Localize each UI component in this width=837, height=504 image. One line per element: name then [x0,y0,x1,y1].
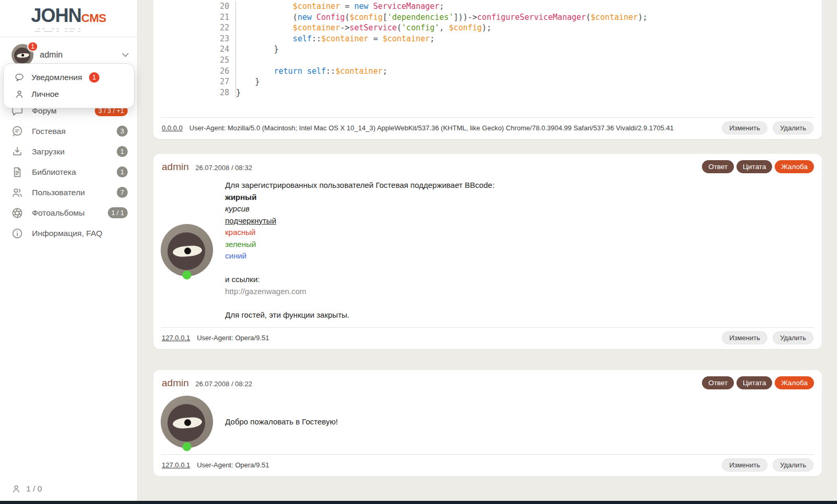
sidebar-item-label: Библиотека [32,167,117,177]
sidebar-item-6[interactable]: Информация, FAQ [0,223,137,243]
post-author[interactable]: admin [162,161,189,172]
code-line-number: 21 [153,12,236,23]
online-counter-value: 1 / 0 [26,484,42,494]
code-token: ); [482,23,492,32]
post-content-line: подчеркнутый [225,215,495,227]
sidebar-item-badge: 7 [117,187,128,198]
code-line-text: self::$container = $container; [236,33,434,44]
code-block: 20$container = new ServiceManager;21(new… [153,0,822,117]
sidebar-item-5[interactable]: Фотоальбомы1 / 1 [0,203,137,223]
post-meta-footer: 0.0.0.0 User-Agent: Mozilla/5.0 (Macinto… [161,117,814,139]
post-meta-footer: 127.0.0.1 User-Agent: Opera/9.51 Изменит… [161,327,814,349]
post-date: 26.07.2008 / 08:22 [195,380,252,388]
code-token: ; [439,2,444,11]
logo-reflection: JOHNCMS [0,27,137,35]
post-action-button[interactable]: Жалоба [775,160,814,173]
code-token: Config [317,13,345,22]
post-content-line: синий [225,250,495,262]
users-icon [11,186,24,199]
code-token: ( [397,23,401,32]
sidebar-item-label: Пользователи [32,188,117,197]
sidebar-item-badge: 1 / 1 [108,207,128,218]
post-author-block: admin 26.07.2008 / 08:32 [162,161,252,173]
delete-button[interactable]: Удалить [773,331,813,344]
post-action-button[interactable]: Цитата [736,160,772,173]
code-line: 20$container = new ServiceManager; [153,1,822,12]
code-token: 'dependencies' [387,13,453,22]
code-token: $container [321,34,369,43]
app-window: JOHNCMS JOHNCMS 1 admin Уведомления1Личн… [0,0,837,501]
code-token: = [369,34,383,43]
ip-link[interactable]: 127.0.0.1 [162,461,190,469]
edit-button[interactable]: Изменить [722,121,767,135]
code-line-text: (new Config($config['dependencies']))->c… [236,12,648,23]
code-token: $config [350,13,383,22]
code-line: 23self::$container = $container; [153,33,822,44]
post-content-line [225,262,495,274]
code-line-text: } [236,87,241,98]
dropdown-item-label: Личное [31,89,59,99]
sidebar-item-1[interactable]: Гостевая3 [0,121,137,141]
code-token: ; [430,34,434,43]
user-dropdown-menu: Уведомления1Личное [3,63,135,108]
code-token: configureServiceManager [477,13,586,22]
code-token: $config [449,23,482,32]
post-action-button[interactable]: Ответ [702,376,734,389]
avatar[interactable] [161,224,213,276]
post-body: Добро пожаловать в Гостевую! [153,391,822,454]
app-logo[interactable]: JOHNCMS JOHNCMS [0,0,137,35]
post-content-line: зеленый [225,239,495,251]
code-token: ( [586,13,590,22]
post-content-line: Добро пожаловать в Гостевую! [225,416,338,428]
code-line-number: 28 [153,87,236,98]
dropdown-item-1[interactable]: Личное [4,86,134,103]
code-line-text: } [236,76,260,87]
post-action-button[interactable]: Цитата [736,376,772,389]
sidebar-item-badge: 3 [117,126,128,137]
delete-button[interactable]: Удалить [773,121,813,135]
code-token: self [293,34,311,43]
code-token: new [354,2,369,11]
post-author[interactable]: admin [162,377,189,388]
logo-cms-text: CMS [81,12,106,25]
sidebar-item-2[interactable]: Загрузки1 [0,141,137,162]
chevron-down-icon [122,50,129,57]
code-line-text: $container->setService('config', $config… [236,23,492,33]
guestbook-post: admin 26.07.2008 / 08:32 ОтветЦитатаЖало… [153,154,822,349]
avatar-wrap [161,396,213,448]
code-token: new [297,13,311,22]
edit-button[interactable]: Изменить [722,331,767,344]
post-content-line: Для зарегистрированных пользователей Гос… [225,180,495,192]
code-line: 26return self::$container; [153,66,822,77]
code-token: ( [345,13,350,22]
post-content-line[interactable]: http://gazenwagen.com [225,286,495,298]
edit-button[interactable]: Изменить [722,458,767,472]
post-admin-actions: Изменить Удалить [719,121,813,135]
code-line: 24} [153,44,822,55]
delete-button[interactable]: Удалить [773,458,813,472]
library-icon [11,166,24,178]
code-token: = [340,2,354,11]
dropdown-item-0[interactable]: Уведомления1 [4,69,134,86]
code-token: -> [340,23,350,32]
sidebar-item-3[interactable]: Библиотека1 [0,162,137,182]
sidebar-item-badge: 1 [117,146,128,157]
code-token: self [307,66,326,76]
post-action-button[interactable]: Ответ [702,160,734,173]
code-token: $container [293,23,340,32]
ip-link[interactable]: 127.0.0.1 [162,334,190,342]
avatar[interactable] [161,396,213,448]
avatar-wrap [161,224,213,276]
sidebar-item-4[interactable]: Пользователи7 [0,182,137,203]
code-token: } [274,44,278,54]
sidebar-item-label: Загрузки [32,147,117,156]
post-action-button[interactable]: Жалоба [775,376,814,389]
post-author-block: admin 26.07.2008 / 08:22 [162,377,252,389]
code-token: [ [383,13,387,22]
person-icon [14,89,25,99]
code-line: 21(new Config($config['dependencies']))-… [153,12,822,23]
post-header: admin 26.07.2008 / 08:22 ОтветЦитатаЖало… [153,370,822,391]
ip-link[interactable]: 0.0.0.0 [162,124,183,132]
code-token: ]))-> [453,13,477,22]
code-line-number: 25 [153,55,236,66]
